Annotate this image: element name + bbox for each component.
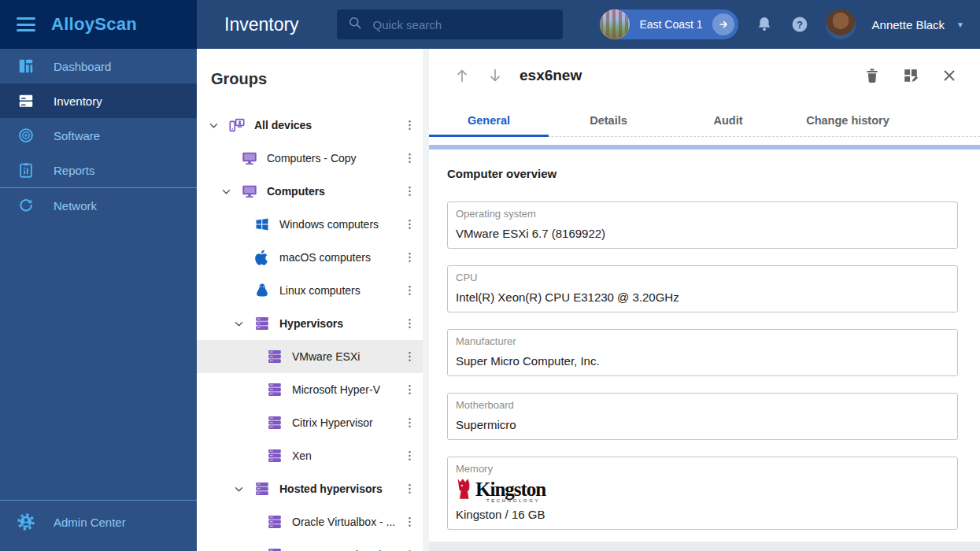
sidebar-item-label: Inventory: [54, 94, 102, 108]
chevron-down-icon[interactable]: [233, 318, 253, 330]
groups-panel-title: Groups: [197, 49, 423, 88]
chevron-down-icon[interactable]: [220, 186, 241, 198]
tenant-switcher[interactable]: East Coast 1: [600, 9, 738, 39]
row-menu-kebab-icon[interactable]: [401, 446, 418, 466]
kingston-brand-text: Kingston: [475, 482, 545, 498]
sidebar-item-label: Reports: [54, 164, 95, 177]
tree-item-computers[interactable]: Computers: [197, 175, 423, 208]
row-menu-kebab-icon[interactable]: [401, 346, 418, 367]
row-menu-kebab-icon[interactable]: [401, 379, 418, 400]
sidebar-item-software[interactable]: Software: [0, 118, 197, 153]
delete-trash-icon[interactable]: [864, 67, 881, 84]
field-value: Kingston / 16 GB: [456, 508, 949, 521]
field-label: CPU: [456, 272, 949, 283]
tree-item-label: macOS computers: [279, 251, 371, 264]
tree-item-oracle-virtualbox[interactable]: Oracle Virtualbox - ...: [197, 505, 423, 538]
server-icon: [266, 348, 283, 365]
field-operating-system: Operating systemVMware ESXi 6.7 (8169922…: [447, 202, 958, 249]
field-value: Intel(R) Xeon(R) CPU E31230 @ 3.20GHz: [456, 290, 949, 304]
field-manufacturer: ManufacturerSuper Micro Computer, Inc.: [447, 329, 958, 376]
user-menu-chevron-down-icon[interactable]: ▼: [956, 20, 964, 29]
tree-item-microsoft-hyper-v[interactable]: Microsoft Hyper-V: [197, 373, 423, 406]
tenant-go-button[interactable]: [712, 13, 734, 35]
reports-icon: [17, 161, 35, 179]
row-menu-kebab-icon[interactable]: [401, 545, 418, 551]
search-input[interactable]: Quick search: [337, 9, 563, 39]
row-menu-kebab-icon[interactable]: [401, 181, 418, 202]
edit-layout-icon[interactable]: [902, 67, 919, 84]
device-title: esx6new: [520, 67, 582, 84]
tree-item-label: Oracle Virtualbox - ...: [292, 516, 395, 528]
row-menu-kebab-icon[interactable]: [401, 148, 418, 168]
help-icon[interactable]: ?: [790, 15, 809, 34]
windows-icon: [253, 216, 271, 233]
previous-item-arrow-up-icon[interactable]: [453, 67, 471, 84]
tenant-name: East Coast 1: [639, 18, 702, 31]
tree-item-hypervisors[interactable]: Hypervisors: [197, 307, 423, 340]
inventory-icon: [17, 91, 35, 110]
tree-item-hosted-hypervisors[interactable]: Hosted hypervisors: [197, 472, 423, 505]
apple-icon: [253, 249, 271, 266]
tab-change-history[interactable]: Change history: [788, 105, 908, 136]
field-label: Motherboard: [456, 399, 949, 411]
row-menu-kebab-icon[interactable]: [401, 313, 418, 334]
sidebar-item-network[interactable]: Network: [0, 188, 197, 223]
server-icon: [266, 381, 283, 398]
tab-audit[interactable]: Audit: [668, 105, 788, 136]
top-bar: AlloyScan Inventory Quick search East Co…: [0, 0, 980, 49]
chevron-down-icon[interactable]: [233, 483, 253, 495]
row-menu-kebab-icon[interactable]: [401, 214, 418, 235]
tree-item-linux-computers[interactable]: Linux computers: [197, 274, 423, 307]
next-item-arrow-down-icon[interactable]: [486, 67, 504, 84]
row-menu-kebab-icon[interactable]: [401, 247, 418, 268]
row-menu-kebab-icon[interactable]: [401, 412, 418, 433]
field-cpu: CPUIntel(R) Xeon(R) CPU E31230 @ 3.20GHz: [447, 265, 958, 312]
hamburger-menu-icon[interactable]: [17, 17, 35, 31]
tree-item-label: Computers - Copy: [267, 152, 357, 165]
chevron-down-icon[interactable]: [208, 120, 228, 131]
sidebar-item-reports[interactable]: Reports: [0, 153, 197, 187]
sidebar-item-label: Software: [54, 129, 100, 142]
sidebar-item-label: Dashboard: [54, 60, 111, 73]
tree-item-computers-copy[interactable]: Computers - Copy: [197, 142, 423, 175]
field-label: Operating system: [456, 208, 949, 220]
sidebar-item-label: Admin Center: [54, 516, 126, 529]
field-motherboard: MotherboardSupermicro: [447, 393, 958, 440]
server-icon: [253, 480, 271, 497]
tree-item-label: Hosted hypervisors: [279, 483, 383, 495]
server-icon: [266, 513, 283, 531]
row-menu-kebab-icon[interactable]: [401, 512, 418, 532]
computer-icon: [241, 183, 258, 200]
detail-tabs: GeneralDetailsAuditChange history: [429, 105, 980, 137]
close-icon[interactable]: [941, 67, 958, 84]
linux-icon: [253, 282, 271, 299]
tree-item-windows-computers[interactable]: Windows computers: [197, 208, 423, 241]
row-menu-kebab-icon[interactable]: [401, 479, 418, 499]
tree-item-vmware-workstatio[interactable]: VMware Workstatio...: [197, 538, 423, 551]
row-menu-kebab-icon[interactable]: [401, 115, 418, 135]
field-memory: MemoryKingstonTECHNOLOGYKingston / 16 GB: [447, 457, 958, 530]
tree-item-all-devices[interactable]: All devices: [197, 109, 423, 142]
tree-item-citrix-hypervisor[interactable]: Citrix Hypervisor: [197, 406, 423, 439]
dashboard-icon: [17, 57, 35, 76]
sidebar-item-dashboard[interactable]: Dashboard: [0, 49, 197, 83]
user-name: Annette Black: [872, 18, 945, 31]
sidebar-item-inventory[interactable]: Inventory: [0, 83, 197, 118]
tree-item-macos-computers[interactable]: macOS computers: [197, 241, 423, 274]
user-avatar[interactable]: [826, 9, 856, 39]
tab-details[interactable]: Details: [549, 105, 668, 136]
sidebar-item-admin-center[interactable]: Admin Center: [0, 501, 197, 543]
tree-item-vmware-esxi[interactable]: VMware ESXi: [197, 340, 423, 373]
panel-gap: [423, 49, 429, 551]
bottom-strip: [429, 542, 980, 551]
tab-general[interactable]: General: [429, 105, 549, 136]
devices-icon: [228, 116, 246, 134]
tree-item-label: Hypervisors: [279, 317, 343, 330]
tree-item-xen[interactable]: Xen: [197, 439, 423, 472]
device-detail-panel: esx6new GeneralDetailsAuditChange histor…: [429, 49, 980, 542]
row-menu-kebab-icon[interactable]: [401, 280, 418, 301]
notifications-bell-icon[interactable]: [755, 15, 774, 34]
detail-header: esx6new: [429, 49, 980, 102]
admin-block: Admin Center: [0, 500, 197, 543]
server-icon: [266, 546, 283, 551]
